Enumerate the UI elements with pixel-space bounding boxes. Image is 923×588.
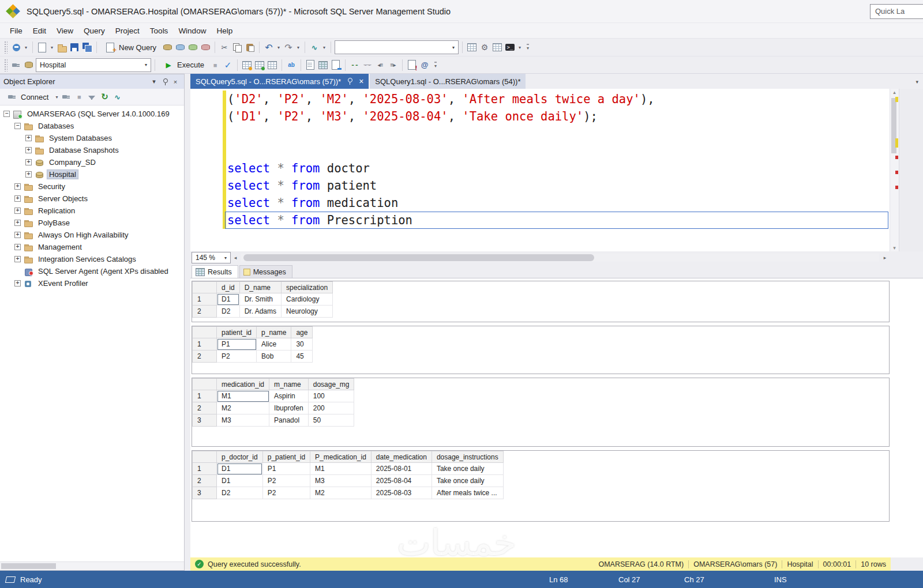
grid-cell[interactable]: 100 — [308, 390, 354, 402]
tree-item-always-on-high-availability[interactable]: +Always On High Availability — [0, 229, 184, 241]
grid-cell[interactable]: Neurology — [282, 306, 333, 318]
grid-cell[interactable]: P2 — [217, 350, 257, 363]
column-header[interactable]: age — [291, 327, 313, 338]
column-header[interactable]: dosage_instructions — [432, 451, 503, 463]
grid-cell[interactable]: Dr. Adams — [239, 306, 281, 318]
filter-icon[interactable] — [86, 91, 97, 103]
new-file-icon[interactable] — [36, 42, 48, 53]
tree-item-sql-server-agent-agent-xps-dis[interactable]: SQL Server Agent (Agent XPs disabled — [0, 265, 184, 277]
column-header[interactable]: p_patient_id — [262, 451, 310, 463]
tree-item-management[interactable]: +Management — [0, 241, 184, 253]
results-to-text-icon[interactable] — [305, 59, 316, 71]
activity-dropdown-icon[interactable]: ▾ — [321, 45, 327, 50]
grid-cell[interactable]: M2 — [310, 487, 372, 499]
refresh-icon[interactable]: ↻ — [99, 91, 110, 103]
column-header[interactable]: p_name — [257, 327, 291, 338]
grid-cell[interactable]: M3 — [217, 414, 269, 427]
execute-button[interactable]: ▶Execute — [159, 58, 208, 72]
menu-window[interactable]: Window — [173, 25, 211, 37]
grid-cell[interactable]: 2025-08-03 — [371, 487, 432, 499]
tree-item-omarserag-sql-server-14-0-1000[interactable]: −OMARSERAG (SQL Server 14.0.1000.169 — [0, 108, 184, 120]
toolbar-combo-dropdown-icon[interactable]: ▾ — [449, 45, 458, 50]
tree-item-system-databases[interactable]: +System Databases — [0, 132, 184, 144]
scroll-up-icon[interactable]: ▴ — [890, 89, 899, 95]
collapse-icon[interactable]: − — [14, 123, 21, 129]
grid-cell[interactable]: D1 — [217, 293, 240, 306]
grid-corner[interactable] — [193, 327, 217, 338]
status-char[interactable]: Ch 27 — [684, 575, 704, 584]
row-number[interactable]: 1 — [193, 293, 217, 306]
toolbar-combo[interactable]: ▾ — [335, 40, 459, 54]
tree-item-integration-services-catalogs[interactable]: +Integration Services Catalogs — [0, 253, 184, 265]
dmx-query-icon[interactable] — [187, 42, 198, 53]
grid-corner[interactable] — [193, 451, 217, 463]
expand-icon[interactable]: + — [25, 135, 32, 141]
grid-corner[interactable] — [193, 282, 217, 293]
undo-dropdown-icon[interactable]: ▾ — [276, 45, 282, 50]
grid-cell[interactable]: D2 — [217, 306, 240, 318]
database-combo-dropdown-icon[interactable]: ▾ — [141, 62, 151, 67]
grid-cell[interactable]: D1 — [217, 475, 263, 487]
status-line[interactable]: Ln 68 — [549, 575, 568, 584]
results-to-file-icon[interactable] — [330, 59, 342, 71]
tab-list-icon[interactable]: ▾ — [916, 79, 918, 85]
grid-cell[interactable]: 45 — [291, 350, 313, 363]
scroll-down-icon[interactable]: ▾ — [890, 245, 899, 251]
menu-query[interactable]: Query — [78, 25, 110, 37]
estimated-plan-icon[interactable] — [241, 59, 253, 71]
row-number[interactable]: 2 — [193, 475, 217, 487]
save-icon[interactable] — [69, 42, 80, 53]
tree-item-database-snapshots[interactable]: +Database Snapshots — [0, 144, 184, 156]
column-header[interactable]: specialization — [282, 282, 333, 293]
column-header[interactable]: D_name — [239, 282, 281, 293]
outdent-icon[interactable] — [374, 59, 386, 71]
expand-icon[interactable]: + — [14, 280, 21, 287]
object-explorer-hscrollbar[interactable] — [0, 561, 184, 570]
grid-cell[interactable]: Alice — [257, 338, 291, 350]
code-line[interactable] — [190, 125, 890, 142]
menu-edit[interactable]: Edit — [28, 25, 51, 37]
pin-icon[interactable] — [346, 77, 352, 85]
tab-active-document[interactable]: SQLQuery5.sql - O...RSERAG\omars (57))*× — [190, 74, 369, 89]
toolbar-grip[interactable] — [4, 41, 7, 54]
query-options-icon[interactable] — [267, 59, 278, 71]
grid-cell[interactable]: After meals twice ... — [432, 487, 503, 499]
editor-code[interactable]: ('D2', 'P2', 'M2', '2025-08-03', 'After … — [190, 89, 890, 251]
grid-cell[interactable]: Dr. Smith — [239, 293, 281, 306]
code-line[interactable]: ('D1', 'P2', 'M3', '2025-08-04', 'Take o… — [190, 108, 890, 125]
row-number[interactable]: 2 — [193, 402, 217, 414]
grid-cell[interactable]: M1 — [217, 390, 269, 402]
menu-project[interactable]: Project — [110, 25, 145, 37]
change-connection-icon[interactable] — [10, 59, 22, 71]
results-to-grid-icon[interactable] — [317, 59, 329, 71]
code-line[interactable]: ('D2', 'P2', 'M2', '2025-08-03', 'After … — [190, 91, 890, 108]
column-header[interactable]: medication_id — [217, 379, 269, 390]
close-icon[interactable]: × — [170, 78, 181, 85]
collapse-icon[interactable]: − — [3, 111, 10, 117]
paste-icon[interactable] — [244, 42, 256, 53]
hscroll-right-icon[interactable]: ▸ — [880, 255, 890, 261]
quick-launch-input[interactable]: Quick La — [870, 4, 923, 19]
grid-cell[interactable]: P2 — [262, 475, 310, 487]
column-header[interactable]: patient_id — [217, 327, 257, 338]
grid-cell[interactable]: Aspirin — [269, 390, 309, 402]
object-explorer-details-icon[interactable] — [466, 42, 478, 53]
sqlcmd-mode-icon[interactable] — [406, 59, 418, 71]
available-databases-icon[interactable] — [23, 59, 35, 71]
indent-icon[interactable] — [387, 59, 399, 71]
expand-icon[interactable]: + — [14, 183, 21, 190]
redo-icon[interactable]: ↷ — [283, 42, 294, 53]
expand-icon[interactable]: + — [25, 159, 32, 165]
zoom-dropdown-icon[interactable]: ▾ — [221, 255, 230, 261]
menu-tools[interactable]: Tools — [145, 25, 174, 37]
editor-hscrollbar[interactable] — [241, 254, 879, 262]
tree-item-security[interactable]: +Security — [0, 180, 184, 193]
stop-icon[interactable]: ■ — [73, 91, 85, 103]
disconnect-icon[interactable] — [61, 91, 72, 103]
grid-corner[interactable] — [193, 379, 217, 390]
connect-icon[interactable] — [10, 42, 22, 53]
zoom-select[interactable]: 145 % ▾ — [192, 252, 231, 263]
grid-cell[interactable]: Panadol — [269, 414, 309, 427]
grid-cell[interactable]: Cardiology — [282, 293, 333, 306]
grid-cell[interactable]: Bob — [257, 350, 291, 363]
